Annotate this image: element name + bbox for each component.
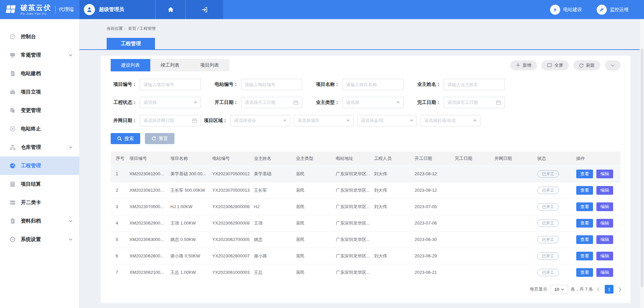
finish-date-input[interactable]: 请选择完工日期 [444,97,505,108]
cell-address: 广东深圳龙华区... [333,182,371,198]
collapse-toolbar-button[interactable] [605,60,621,70]
calendar-icon [293,100,299,105]
view-button[interactable]: 查看 [576,202,593,211]
filter-status: 工程状态： 请选择 [111,97,212,108]
cell-address: 广东深圳龙华区... [333,166,371,182]
cell-owner: 谢小路 [251,248,293,264]
edit-button[interactable]: 编辑 [596,268,613,277]
view-button[interactable]: 查看 [576,268,593,277]
user-menu[interactable]: 超级管理员 [79,0,155,19]
view-button[interactable]: 查看 [576,170,593,178]
owner-type-select[interactable]: 请选择 [342,97,404,108]
filter-finish-date: 完工日期： 请选择完工日期 [415,97,516,108]
cell-owner-type: 居民 [293,264,333,281]
sidebar-item-system-settings[interactable]: 系统设置 [0,230,79,249]
sidebar-item-data-archive[interactable]: 资料归档 [0,212,79,230]
view-button[interactable]: 查看 [576,186,593,195]
sidebar-item-engineering-mgmt[interactable]: 工程管理 [0,157,79,175]
calendar-icon [496,100,501,105]
nav-station-build-label: 电站建设 [563,7,582,13]
edit-button[interactable]: 编辑 [596,235,613,244]
sidebar-item-label: 资料归档 [21,218,41,224]
search-icon [117,136,122,141]
sidebar-item-general-mgmt[interactable]: 常规管理 [0,46,79,64]
status-select[interactable]: 请选择 [140,97,201,108]
sidebar-item-class2-card[interactable]: 开二类卡 [0,193,79,212]
caret-down-icon [283,120,286,122]
sidebar-item-project-settlement[interactable]: 项目结算 [0,175,79,193]
province-select[interactable]: 请选择省份 [230,115,290,126]
page-tab-engineering[interactable]: 工程管理 [107,38,155,49]
table-row: 3XM2023070500...HJ 1.00KWYX2023062800006… [111,198,621,215]
reset-button[interactable]: 重置 [145,133,174,144]
owner-name-input[interactable] [444,79,505,90]
project-no-input[interactable] [140,79,201,90]
refresh-button[interactable]: 刷新 [573,60,600,70]
col-header: 项目编号 [127,151,168,166]
scrollbar-thumb[interactable] [641,49,643,287]
edit-button[interactable]: 编辑 [596,186,613,195]
stop-circle-icon [9,126,16,132]
sidebar-item-label: 电站建档 [21,70,41,77]
project-name-input[interactable] [342,79,404,90]
status-badge: 已开工 [537,236,559,243]
cell-owner-type: 居民 [293,231,333,248]
edit-button[interactable]: 编辑 [596,170,613,178]
edit-button[interactable]: 编辑 [596,202,613,211]
logout-button[interactable] [185,0,223,19]
cell-grid-date [492,264,535,281]
per-page-select[interactable]: 10 [550,285,568,294]
edit-button[interactable]: 编辑 [596,252,613,260]
user-name: 超级管理员 [99,6,124,13]
cell-finish-date [452,248,492,264]
person-icon [86,6,93,13]
nav-monitor-ops[interactable]: 监控运维 [597,5,629,15]
fullscreen-button-label: 全屏 [554,62,563,68]
add-button[interactable]: 新增 [510,60,537,70]
edit-button[interactable]: 编辑 [596,219,613,228]
station-no-input[interactable] [241,79,302,90]
prev-page-button[interactable] [597,287,601,292]
home-button[interactable] [155,0,185,19]
table-row: 6XM2023062800...谢小路 0.50KWYX202306280000… [111,248,621,264]
sidebar-item-change-mgmt[interactable]: 变更管理 [0,101,79,120]
next-page-button[interactable] [617,287,621,292]
sidebar-item-console[interactable]: 控制台 [0,27,79,46]
main-content: 当前位置：首页 / 工程管理 工程管理 建设列表 竣工列表 项目列表 新增 全屏 [79,19,644,308]
refresh-button-label: 刷新 [586,62,595,68]
nav-station-build[interactable]: 电站建设 [550,5,582,15]
view-button[interactable]: 查看 [576,235,593,244]
start-date-input[interactable]: 请选择开工日期 [241,97,302,108]
breadcrumb-path[interactable]: 首页 / 工程管理 [128,26,156,31]
cell-station-no: YX2023061000003 [210,264,251,281]
pagination: 每页显示 10 条，共 7 条 1 [111,285,621,294]
search-button[interactable]: 搜索 [111,133,140,144]
tab-completed-list[interactable]: 竣工列表 [150,59,190,71]
cell-project-no: XM2023062800... [127,248,168,264]
city-select[interactable]: 请选择城市 [294,115,354,126]
view-button[interactable]: 查看 [576,252,593,260]
fullscreen-button[interactable]: 全屏 [541,60,569,70]
cell-project-no: XM2023081200... [127,182,168,198]
filter-label: 业主类型： [313,100,339,106]
sidebar-item-warehouse-mgmt[interactable]: 仓库管理 [0,138,79,157]
tab-project-list[interactable]: 项目列表 [190,59,229,71]
cell-status: 已开工 [535,166,574,182]
view-button[interactable]: 查看 [576,219,593,228]
fullscreen-icon [547,63,552,67]
cell-owner-type: 居民 [293,248,333,264]
tab-build-list[interactable]: 建设列表 [111,59,150,71]
cell-engineer: 刘大伟 [371,182,412,198]
filter-label: 开工日期： [212,100,238,106]
sidebar-item-project-initiation[interactable]: 项目立项 [0,83,79,101]
county-select[interactable]: 请选择县/区 [357,115,417,126]
filter-label: 电站编号： [212,81,238,87]
cell-engineer: 刘大伟 [371,248,412,264]
town-select[interactable]: 请选择村镇/街道 [421,115,480,126]
filter-grid-date: 并网日期： 请选择并网日期 [111,115,212,126]
sidebar-item-station-terminate[interactable]: 电站终止 [0,120,79,138]
page-number-button[interactable]: 1 [605,285,613,294]
sidebar-item-station-archive[interactable]: 电站建档 [0,64,79,83]
select-placeholder: 请选择 [346,100,359,106]
grid-date-input[interactable]: 请选择并网日期 [140,115,201,126]
